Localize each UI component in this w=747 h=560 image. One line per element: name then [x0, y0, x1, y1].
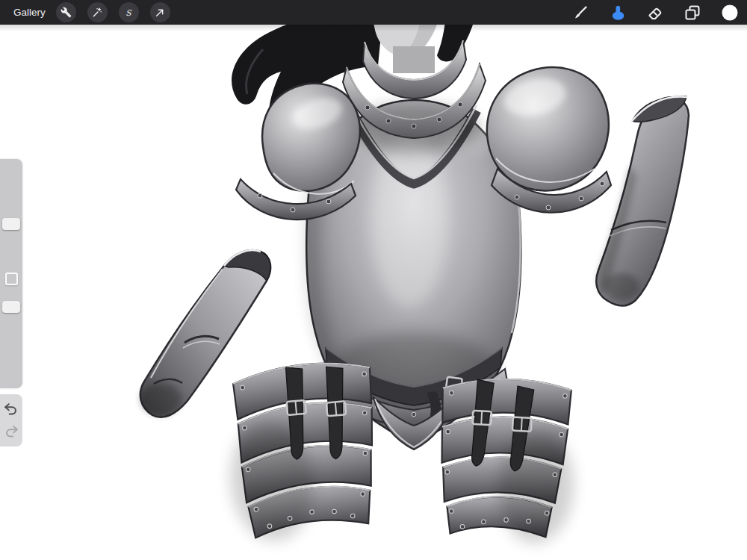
adjustments-button[interactable] — [87, 2, 108, 22]
modify-button[interactable] — [5, 273, 18, 285]
move-arrow-icon — [154, 7, 166, 19]
wrench-icon — [61, 7, 72, 18]
opacity-slider-handle[interactable] — [2, 301, 20, 313]
brush-icon — [571, 4, 589, 22]
topbar: Gallery S — [0, 0, 747, 25]
eraser-icon — [646, 4, 664, 22]
transform-button[interactable] — [150, 2, 170, 22]
canvas-area[interactable] — [0, 0, 747, 560]
redo-button[interactable] — [3, 423, 19, 440]
gallery-button[interactable]: Gallery — [0, 7, 56, 18]
brush-size-slider-handle[interactable] — [2, 218, 20, 230]
actions-button[interactable] — [56, 2, 76, 22]
color-button[interactable] — [721, 4, 739, 22]
paint-tool-button[interactable] — [571, 4, 589, 22]
pauldron-right — [487, 67, 611, 213]
layers-icon — [684, 4, 701, 22]
layers-button[interactable] — [684, 4, 701, 22]
selections-button[interactable]: S — [119, 2, 139, 22]
undo-button[interactable] — [3, 401, 19, 417]
tasset-left — [221, 359, 384, 544]
svg-text:S: S — [126, 7, 132, 17]
topbar-drop-shadow — [0, 25, 747, 31]
smudge-tool-button[interactable] — [609, 4, 627, 22]
brush-sidebar[interactable] — [0, 159, 22, 388]
magic-wand-icon — [91, 7, 103, 19]
undo-redo-panel — [0, 394, 22, 447]
armor-illustration — [0, 0, 747, 560]
smudge-finger-icon — [609, 4, 627, 22]
selection-s-icon: S — [123, 7, 134, 19]
erase-tool-button[interactable] — [646, 4, 664, 22]
color-disc-icon — [721, 4, 739, 22]
app-screen: Gallery S — [0, 0, 747, 560]
paint-tools-group — [571, 4, 747, 22]
